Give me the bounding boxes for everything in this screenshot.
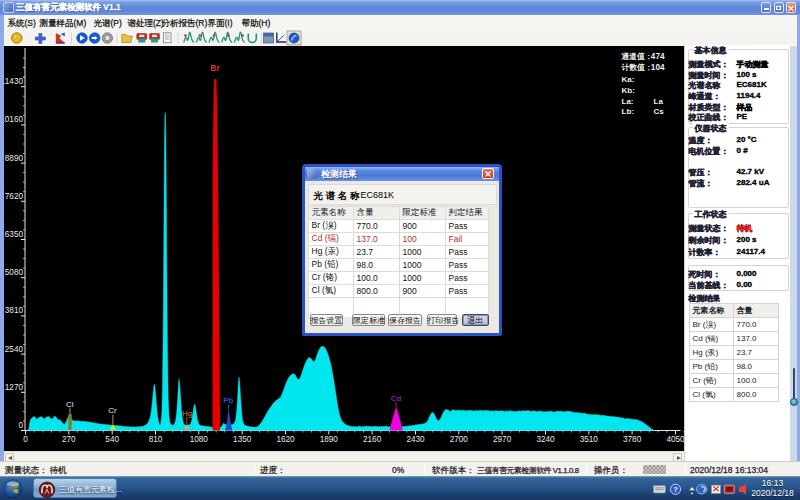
svg-text:104: 104 <box>650 63 664 72</box>
svg-text:通道值：: 通道值： <box>620 52 652 61</box>
svg-text:6350: 6350 <box>4 230 23 239</box>
svg-text:0: 0 <box>23 435 28 444</box>
svg-text:La: La <box>653 97 663 106</box>
svg-text:5080: 5080 <box>4 268 23 277</box>
svg-text:2540: 2540 <box>4 345 23 354</box>
svg-text:Pb: Pb <box>223 396 233 405</box>
svg-text:3510: 3510 <box>579 435 598 444</box>
svg-text:270: 270 <box>61 435 75 444</box>
svg-text:1350: 1350 <box>233 435 252 444</box>
svg-text:1620: 1620 <box>276 435 295 444</box>
svg-text:11430: 11430 <box>4 77 23 86</box>
svg-text:8890: 8890 <box>4 154 23 163</box>
svg-text:Cl: Cl <box>66 400 74 409</box>
svg-text:3240: 3240 <box>536 435 555 444</box>
svg-text:7620: 7620 <box>4 192 23 201</box>
svg-text:3780: 3780 <box>622 435 641 444</box>
svg-text:Cs: Cs <box>653 107 664 116</box>
svg-text:474: 474 <box>650 52 664 61</box>
svg-text:4050: 4050 <box>666 435 684 444</box>
svg-text:2700: 2700 <box>449 435 468 444</box>
svg-text:计数值：: 计数值： <box>620 63 652 72</box>
svg-text:3810: 3810 <box>4 306 23 315</box>
svg-text:2160: 2160 <box>362 435 381 444</box>
svg-text:Cd: Cd <box>390 394 401 403</box>
svg-text:La:: La: <box>621 97 633 106</box>
svg-text:Br: Br <box>210 63 220 73</box>
svg-text:2970: 2970 <box>492 435 511 444</box>
svg-text:Cr: Cr <box>108 406 117 415</box>
svg-text:Lb:: Lb: <box>621 107 633 116</box>
svg-text:2430: 2430 <box>406 435 425 444</box>
svg-text:Hg: Hg <box>181 409 191 418</box>
svg-text:810: 810 <box>148 435 162 444</box>
svg-text:1890: 1890 <box>319 435 338 444</box>
svg-text:10160: 10160 <box>4 115 23 124</box>
svg-text:540: 540 <box>105 435 119 444</box>
svg-text:Ka:: Ka: <box>621 75 634 84</box>
svg-text:1080: 1080 <box>189 435 208 444</box>
svg-text:1270: 1270 <box>4 383 23 392</box>
svg-text:Kb:: Kb: <box>621 86 634 95</box>
svg-text:0: 0 <box>18 421 23 430</box>
svg-text:?: ? <box>673 485 678 494</box>
